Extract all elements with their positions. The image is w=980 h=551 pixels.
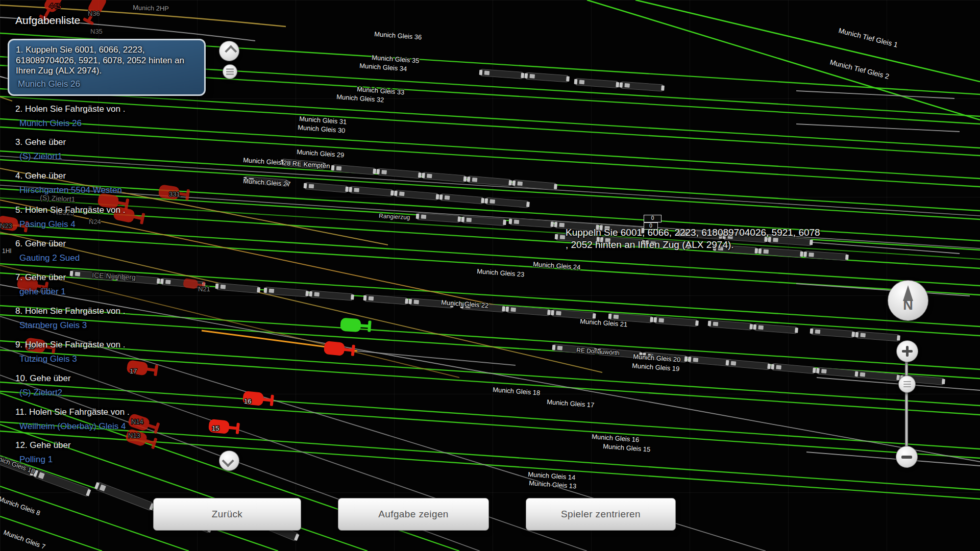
train[interactable] — [215, 283, 260, 293]
zoom-slider-track[interactable] — [905, 358, 908, 448]
task-target-link[interactable]: Weilheim (Oberbay) Gleis 4 — [19, 421, 130, 432]
map-label: Munich Gleis 27 — [243, 177, 291, 188]
task-text: 12. Gehe über — [15, 440, 71, 450]
map-label: 331 — [169, 190, 180, 198]
task-item[interactable]: 7. Gehe übergehe über 1 — [15, 272, 66, 297]
train[interactable] — [725, 359, 861, 378]
map-label: N23 — [0, 222, 12, 230]
tooltip-line-2: , 2052 hinten an Ihren Zug (ALX 2974). — [566, 239, 862, 251]
task-target-link[interactable]: Tutzing Gleis 3 — [19, 354, 125, 364]
task-target-link[interactable]: Starnberg Gleis 3 — [19, 320, 125, 331]
grip-lines-icon — [903, 380, 911, 389]
map-label: Munich Gleis 23 — [477, 267, 525, 278]
map-label: N35 — [90, 28, 103, 35]
list-drag-handle[interactable] — [223, 64, 237, 79]
train[interactable] — [479, 69, 570, 82]
task-text: 1. Kuppeln Sie 6001, 6066, 2223, 6180897… — [16, 45, 198, 77]
task-text: 9. Holen Sie Fahrgäste von . — [15, 340, 125, 350]
map-label: Munich Gleis 29 — [297, 148, 345, 159]
task-item-active[interactable]: 1. Kuppeln Sie 6001, 6066, 2223, 6180897… — [8, 39, 206, 96]
game-viewport: 445N36Munich 2HPN35Munich Tief Gleis 1Mu… — [0, 0, 980, 551]
task-item[interactable]: 10. Gehe über(S) Zielort2 — [15, 373, 71, 398]
map-label: Munich Gleis 32 — [336, 93, 384, 104]
compass[interactable]: N — [888, 280, 928, 321]
task-item[interactable]: 9. Holen Sie Fahrgäste von .Tutzing Glei… — [15, 340, 125, 364]
task-text: 11. Holen Sie Fahrgäste von . — [15, 407, 130, 417]
task-target-link[interactable]: (S) Zielort2 — [19, 388, 71, 398]
task-item[interactable]: 8. Holen Sie Fahrgäste von .Starnberg Gl… — [15, 306, 125, 331]
map-label: N13 — [128, 432, 140, 439]
plus-icon — [902, 346, 913, 357]
track-line — [635, 0, 980, 82]
map-label: N36 — [88, 10, 100, 17]
map-label: 15 — [212, 424, 219, 432]
train[interactable] — [363, 294, 453, 308]
chevron-up-icon — [225, 45, 237, 57]
task-text: 2. Holen Sie Fahrgäste von . — [15, 104, 125, 114]
task-target-link[interactable]: Gauting 2 Sued — [19, 253, 80, 263]
tooltip-line-1: Kuppeln Sie 6001, 6066, 2223, 6180897040… — [566, 227, 862, 239]
zoom-out-button[interactable] — [896, 446, 918, 468]
task-text: 3. Gehe über — [15, 137, 66, 147]
map-label: Munich Gleis 18 — [493, 386, 541, 396]
track-line — [796, 91, 954, 98]
task-text: 5. Holen Sie Fahrgäste von . — [15, 205, 125, 215]
map-label: Munich Gleis 28 RE Kempten — [243, 156, 330, 170]
task-target-link[interactable]: (S) Zielort1 — [19, 152, 66, 162]
task-item[interactable]: 3. Gehe über(S) Zielort1 — [15, 137, 66, 162]
grip-lines-icon — [226, 67, 234, 77]
scroll-up-button[interactable] — [219, 41, 239, 61]
task-item[interactable]: 6. Gehe überGauting 2 Sued — [15, 239, 80, 263]
task-item[interactable]: 11. Holen Sie Fahrgäste von .Weilheim (O… — [15, 407, 130, 432]
chevron-down-icon — [222, 455, 234, 467]
task-target-link[interactable]: Polling 1 — [19, 455, 71, 465]
signal-red-icon[interactable] — [324, 341, 355, 357]
train[interactable] — [263, 287, 354, 300]
signal-green-icon[interactable] — [340, 318, 372, 333]
zoom-slider-handle[interactable] — [898, 375, 916, 393]
track-line — [587, 0, 980, 120]
task-text: 10. Gehe über — [15, 373, 71, 384]
task-text: 6. Gehe über — [15, 239, 80, 249]
map-label: Munich Gleis 15 — [603, 442, 651, 453]
task-text: 4. Gehe über — [15, 171, 122, 181]
task-item[interactable]: 2. Holen Sie Fahrgäste von .Munich Gleis… — [15, 104, 125, 129]
track-line — [806, 452, 980, 466]
task-text: 8. Holen Sie Fahrgäste von . — [15, 306, 125, 316]
task-tooltip: Kuppeln Sie 6001, 6066, 2223, 6180897040… — [566, 227, 862, 251]
map-label: RE Donauwörth — [576, 346, 620, 357]
map-label: Munich Gleis 34 — [359, 62, 407, 72]
train[interactable] — [574, 78, 665, 91]
task-item[interactable]: 4. Gehe überHirschgarten 5504 Westen — [15, 171, 122, 195]
show-task-button[interactable]: Aufgabe zeigen — [338, 498, 489, 531]
compass-north-label: N — [903, 298, 913, 312]
map-label: Munich Gleis 24 — [533, 260, 581, 271]
zoom-in-button[interactable] — [896, 340, 918, 362]
signal-counter-bottom: 0 — [644, 222, 658, 230]
task-target-link[interactable]: Munich Gleis 26 — [18, 79, 198, 89]
task-item[interactable]: 12. Gehe überPolling 1 — [15, 440, 71, 465]
map-label: N14 — [131, 418, 143, 425]
task-target-link[interactable]: gehe über 1 — [19, 287, 66, 297]
map-label: 445 — [49, 2, 61, 10]
back-button[interactable]: Zurück — [153, 498, 301, 531]
center-player-button[interactable]: Spieler zentrieren — [526, 498, 676, 531]
map-label: Munich Gleis 7 — [3, 529, 46, 551]
track-line — [796, 284, 970, 296]
track-line — [0, 382, 980, 449]
task-target-link[interactable]: Pasing Gleis 4 — [19, 219, 125, 230]
task-target-link[interactable]: Munich Gleis 26 — [19, 118, 125, 129]
map-label: Munich Gleis 17 — [547, 398, 595, 409]
task-target-link[interactable]: Hirschgarten 5504 Westen — [19, 185, 122, 195]
train[interactable] — [331, 164, 557, 190]
map-label: Munich 2HP — [133, 4, 169, 12]
map-label: Munich Gleis 36 — [374, 30, 422, 41]
map-label: Munich Gleis 19 — [632, 362, 680, 372]
track-line — [796, 124, 960, 132]
train[interactable] — [707, 320, 798, 334]
task-item[interactable]: 5. Holen Sie Fahrgäste von .Pasing Gleis… — [15, 205, 125, 230]
map-label: 1HI — [2, 247, 12, 255]
scroll-down-button[interactable] — [219, 450, 239, 471]
minus-icon — [901, 456, 912, 459]
map-label: Munich Tief Gleis 1 — [838, 26, 899, 48]
